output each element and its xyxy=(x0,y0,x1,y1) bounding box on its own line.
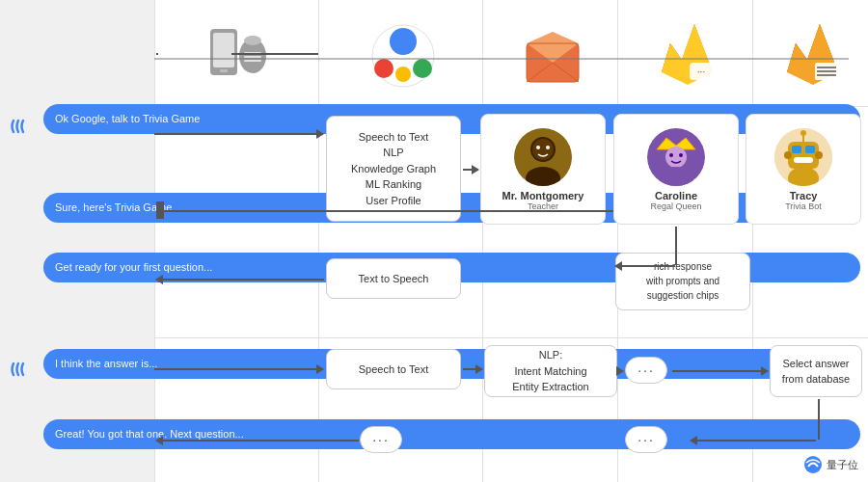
chat-background xyxy=(0,0,154,482)
persona-tracy: Tracy Trivia Bot xyxy=(746,114,861,225)
ellipsis-box-1: ··· xyxy=(625,357,667,384)
svg-point-41 xyxy=(665,147,687,168)
svg-rect-49 xyxy=(794,157,813,163)
arrow-bubble1-stt xyxy=(154,133,323,135)
arrow-rich-bubble2 xyxy=(156,210,613,212)
svg-point-12 xyxy=(395,67,411,82)
rich-response-box: rich responsewith prompts andsuggestion … xyxy=(615,253,750,310)
firebase-db-icon xyxy=(786,19,839,92)
svg-point-4 xyxy=(244,36,261,45)
arrow-personas-to-rich xyxy=(615,265,675,267)
arrow-selectdb-ellipsis2 xyxy=(691,440,816,442)
top-line-start xyxy=(156,53,158,55)
chat-bubble-5: Great! You got that one. Next question..… xyxy=(43,419,860,449)
persona-caroline: Caroline Regal Queen xyxy=(613,114,739,225)
firebase-cell: ··· xyxy=(622,5,752,106)
svg-rect-48 xyxy=(805,146,815,153)
watermark-icon xyxy=(803,455,823,474)
svg-point-11 xyxy=(374,59,393,78)
arrow-tts-bubble3 xyxy=(156,279,324,281)
arrow-stt-personas xyxy=(463,169,478,171)
col-divider-1 xyxy=(154,0,155,482)
process-box-stt-nlp: Speech to TextNLPKnowledge GraphML Ranki… xyxy=(326,116,461,222)
google-assistant-cell xyxy=(323,5,482,106)
arrow-ellipsis-selectdb xyxy=(672,370,768,372)
col-divider-3 xyxy=(482,0,483,482)
svg-rect-7 xyxy=(244,60,261,62)
arrow-ellipsis-bubble5 xyxy=(156,440,359,442)
arrow-nlp2-ellipsis xyxy=(619,370,623,372)
process-box-tts: Text to Speech xyxy=(326,258,461,299)
svg-rect-46 xyxy=(788,142,819,169)
top-line-1 xyxy=(231,53,318,55)
arrow-tip-bubble2 xyxy=(156,201,164,219)
mic-icon-2 xyxy=(8,357,44,393)
process-box-stt2: Speech to Text xyxy=(326,349,461,389)
device-icon-cell xyxy=(159,5,318,106)
svg-point-37 xyxy=(536,146,540,149)
svg-point-38 xyxy=(546,146,550,149)
process-box-nlp2: NLP:Intent MatchingEntity Extraction xyxy=(484,345,617,397)
svg-point-52 xyxy=(784,151,792,159)
ellipsis-box-2: ··· xyxy=(360,426,402,453)
svg-point-53 xyxy=(815,151,823,159)
svg-point-42 xyxy=(669,153,673,157)
top-flow-line xyxy=(154,58,849,60)
col-divider-2 xyxy=(318,0,319,482)
arrow-stt2-nlp2 xyxy=(463,368,482,370)
actions-on-google-icon xyxy=(519,22,586,90)
svg-point-55 xyxy=(804,456,822,473)
svg-rect-47 xyxy=(792,146,801,153)
ellipsis-box-3: ··· xyxy=(625,426,667,453)
persona-mr-montgomery: Mr. Montgomery Teacher xyxy=(480,114,606,225)
v-line-selectdb xyxy=(818,399,820,440)
svg-text:···: ··· xyxy=(697,67,705,77)
firebase-db-cell xyxy=(757,5,868,106)
svg-point-51 xyxy=(800,130,806,136)
svg-rect-2 xyxy=(220,69,228,72)
col-divider-4 xyxy=(617,0,618,482)
process-box-select-db: Select answerfrom database xyxy=(770,345,862,397)
device-icon xyxy=(203,19,275,92)
col-divider-5 xyxy=(752,0,753,482)
svg-point-9 xyxy=(390,28,417,55)
svg-point-43 xyxy=(679,153,683,157)
svg-point-10 xyxy=(413,59,432,78)
mic-icon-1 xyxy=(8,114,44,150)
svg-rect-1 xyxy=(213,33,234,67)
v-arrow-personas-rich xyxy=(675,227,677,265)
google-assistant-icon xyxy=(369,22,437,90)
watermark: 量子位 xyxy=(803,455,858,474)
firebase-icon: ··· xyxy=(661,19,714,92)
arrow-bubble4-stt2 xyxy=(154,368,323,370)
actions-on-google-cell xyxy=(487,5,617,106)
